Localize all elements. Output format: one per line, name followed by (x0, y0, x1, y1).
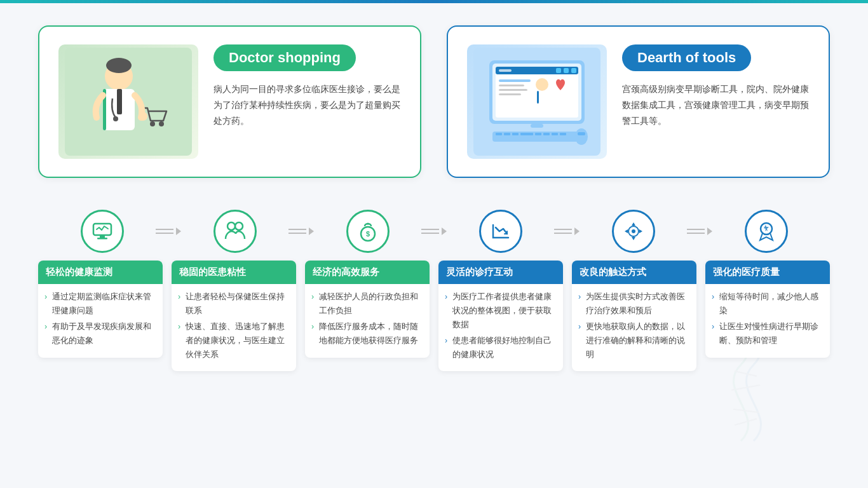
money-bag-icon: $ (356, 220, 379, 243)
svg-rect-36 (560, 133, 566, 135)
svg-rect-32 (520, 133, 533, 135)
feature-4-card: 灵活的诊疗互动 为医疗工作者提供患者健康状况的整体视图，便于获取数据 使患者能够… (438, 261, 563, 371)
feature-2-icon-block (181, 210, 288, 253)
feature-5-icon-circle (612, 210, 655, 253)
arrow-3 (421, 227, 447, 235)
svg-point-4 (113, 116, 118, 121)
feature-1-body: 通过定期监测临床症状来管理健康问题 有助于及早发现疾病发展和恶化的迹象 (38, 284, 163, 358)
svg-rect-38 (578, 132, 585, 135)
svg-rect-21 (499, 89, 527, 91)
svg-rect-5 (117, 89, 122, 114)
feature-1-icon-circle (81, 210, 124, 253)
feature-3-card: 经济的高效服务 减轻医护人员的行政负担和工作负担 降低医疗服务成本，随时随地都能… (305, 261, 430, 358)
feature-6: 强化的医疗质量 缩短等待时间，减少他人感染 让医生对慢性病进行早期诊断、预防和管… (705, 261, 830, 371)
feature-2-icon-circle (214, 210, 257, 253)
feature-5-card: 改良的触达方式 为医生提供实时方式改善医疗治疗效果和预后 更快地获取病人的数据，… (572, 261, 696, 371)
feature-3-icon-block: $ (314, 210, 421, 253)
svg-rect-29 (496, 133, 502, 135)
svg-rect-22 (499, 93, 521, 95)
doctor-shopping-card: Doctor shopping 病人为同一目的寻求多位临床医生接诊，要么是为了治… (38, 25, 421, 178)
svg-point-47 (632, 229, 635, 233)
doctor-shopping-card-wrapper: Doctor shopping 病人为同一目的寻求多位临床医生接诊，要么是为了治… (38, 25, 421, 178)
feature-3-icon-circle: $ (346, 210, 390, 253)
feature-5-body: 为医生提供实时方式改善医疗治疗效果和预后 更快地获取病人的数据，以进行准确的解释… (572, 284, 696, 371)
feature-1-header: 轻松的健康监测 (38, 261, 163, 284)
dearth-of-tools-body: Dearth of tools 宫颈高级别病变早期诊断工具，院内、院外健康数据集… (622, 44, 810, 130)
svg-rect-15 (499, 69, 512, 72)
svg-rect-34 (543, 133, 550, 135)
feature-5: 改良的触达方式 为医生提供实时方式改善医疗治疗效果和预后 更快地获取病人的数据，… (572, 261, 696, 371)
monitor-icon (91, 220, 114, 243)
feature-2-card: 稳固的医患粘性 让患者轻松与保健医生保持联系 快速、直接、迅速地了解患者的健康状… (172, 261, 296, 371)
feature-4-point-1: 为医疗工作者提供患者健康状况的整体视图，便于获取数据 (445, 290, 557, 332)
feature-1-point-1: 通过定期监测临床症状来管理健康问题 (44, 290, 156, 318)
doctor-shopping-title: Doctor shopping (214, 44, 356, 71)
feature-3-body: 减轻医护人员的行政负担和工作负担 降低医疗服务成本，随时随地都能方便地获得医疗服… (305, 284, 430, 358)
svg-point-42 (227, 222, 235, 230)
arrow-4 (554, 227, 580, 235)
feature-4-icon-circle (479, 210, 522, 253)
svg-text:$: $ (365, 230, 369, 238)
feature-1: 轻松的健康监测 通过定期监测临床症状来管理健康问题 有助于及早发现疾病发展和恶化… (38, 261, 163, 371)
arrow-5 (687, 227, 712, 235)
feature-2-header: 稳固的医患粘性 (172, 261, 296, 284)
feature-1-point-2: 有助于及早发现疾病发展和恶化的迹象 (44, 320, 156, 348)
svg-line-55 (735, 419, 757, 425)
svg-rect-18 (571, 68, 576, 73)
feature-2-point-1: 让患者轻松与保健医生保持联系 (178, 290, 290, 318)
feature-6-header: 强化的医疗质量 (705, 261, 830, 284)
feature-6-body: 缩短等待时间，减少他人感染 让医生对慢性病进行早期诊断、预防和管理 (705, 284, 830, 358)
feature-2-body: 让患者轻松与保健医生保持联系 快速、直接、迅速地了解患者的健康状况，与医生建立伙… (172, 284, 296, 371)
award-icon (755, 220, 778, 243)
feature-1-card: 轻松的健康监测 通过定期监测临床症状来管理健康问题 有助于及早发现疾病发展和恶化… (38, 261, 163, 358)
feature-4-body: 为医疗工作者提供患者健康状况的整体视图，便于获取数据 使患者能够很好地控制自己的… (438, 284, 563, 371)
svg-rect-19 (499, 79, 531, 82)
svg-point-6 (106, 58, 132, 73)
top-cards-section: Doctor shopping 病人为同一目的寻求多位临床医生接诊，要么是为了治… (38, 25, 830, 178)
feature-4-icon-block (447, 210, 554, 253)
svg-rect-33 (535, 133, 541, 135)
svg-rect-17 (564, 68, 569, 73)
svg-rect-31 (512, 133, 519, 135)
feature-1-icon-block (48, 210, 156, 253)
feature-2: 稳固的医患粘性 让患者轻松与保健医生保持联系 快速、直接、迅速地了解患者的健康状… (172, 261, 296, 371)
svg-point-37 (575, 128, 588, 145)
feature-5-icon-block (580, 210, 687, 253)
dearth-of-tools-card: Dearth of tools 宫颈高级别病变早期诊断工具，院内、院外健康数据集… (447, 25, 830, 178)
feature-5-point-1: 为医生提供实时方式改善医疗治疗效果和预后 (578, 290, 690, 318)
svg-point-43 (235, 222, 243, 230)
feature-2-point-2: 快速、直接、迅速地了解患者的健康状况，与医生建立伙伴关系 (178, 320, 290, 362)
svg-rect-41 (97, 238, 107, 240)
doctor-shopping-body: Doctor shopping 病人为同一目的寻求多位临床医生接诊，要么是为了治… (214, 44, 401, 130)
feature-4-header: 灵活的诊疗互动 (438, 261, 563, 284)
dearth-of-tools-image (467, 44, 607, 159)
svg-rect-25 (537, 91, 539, 104)
svg-point-8 (159, 121, 164, 126)
svg-rect-16 (556, 68, 561, 73)
svg-rect-30 (504, 133, 510, 135)
chart-down-icon (489, 220, 512, 243)
feature-6-card: 强化的医疗质量 缩短等待时间，减少他人感染 让医生对慢性病进行早期诊断、预防和管… (705, 261, 830, 358)
parallel-lines (156, 229, 173, 234)
svg-rect-20 (499, 85, 524, 86)
arrow-1 (156, 227, 181, 235)
arrow-2 (288, 227, 314, 235)
svg-rect-27 (536, 121, 538, 127)
svg-point-23 (536, 78, 548, 91)
features-content-row: 轻松的健康监测 通过定期监测临床症状来管理健康问题 有助于及早发现疾病发展和恶化… (38, 261, 830, 371)
svg-point-9 (139, 112, 147, 121)
svg-rect-35 (552, 133, 558, 135)
dearth-of-tools-title: Dearth of tools (622, 44, 751, 71)
feature-6-icon-block (712, 210, 820, 253)
feature-5-header: 改良的触达方式 (572, 261, 696, 284)
feature-4-point-2: 使患者能够很好地控制自己的健康状况 (445, 334, 557, 362)
features-section: $ (38, 210, 830, 371)
svg-point-7 (150, 121, 155, 126)
svg-rect-40 (100, 235, 105, 238)
feature-3: 经济的高效服务 减轻医护人员的行政负担和工作负担 降低医疗服务成本，随时随地都能… (305, 261, 430, 371)
feature-5-point-2: 更快地获取病人的数据，以进行准确的解释和清晰的说明 (578, 320, 690, 362)
feature-6-point-1: 缩短等待时间，减少他人感染 (712, 290, 824, 318)
people-icon (223, 220, 247, 243)
dearth-of-tools-desc: 宫颈高级别病变早期诊断工具，院内、院外健康数据集成工具，宫颈健康管理工具，病变早… (622, 81, 810, 130)
feature-3-point-2: 降低医疗服务成本，随时随地都能方便地获得医疗服务 (311, 320, 423, 348)
